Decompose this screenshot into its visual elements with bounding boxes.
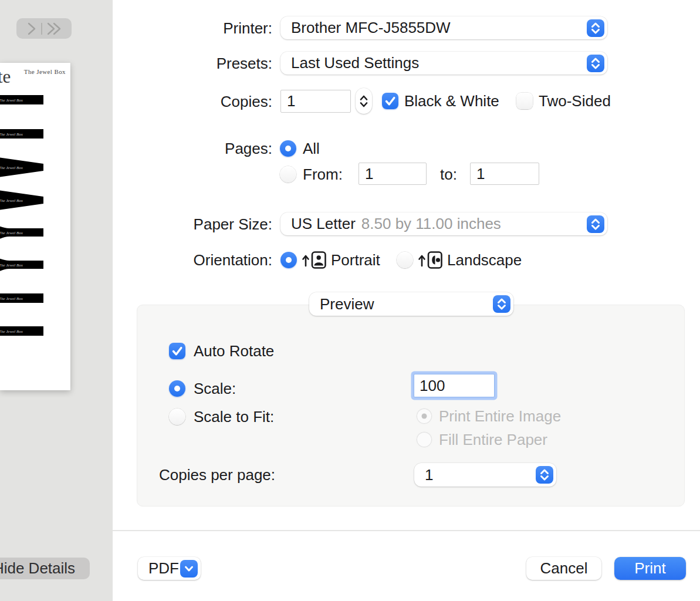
pages-from-input[interactable] [359, 163, 427, 185]
page-navigation-control [16, 18, 72, 39]
settings-pane-value: Preview [320, 295, 374, 313]
presets-select-value: Last Used Settings [291, 54, 419, 72]
landscape-radio[interactable] [397, 252, 413, 268]
check-icon [382, 93, 398, 109]
print-entire-image-radio [417, 408, 432, 424]
svg-text:The Jewel Box: The Jewel Box [0, 263, 23, 268]
stepper-down-icon[interactable] [360, 102, 368, 107]
presets-select[interactable]: Last Used Settings [280, 52, 607, 75]
stepper-up-icon[interactable] [360, 95, 368, 100]
printer-label: Printer: [113, 16, 272, 40]
next-page-button[interactable] [26, 21, 38, 36]
printer-select-value: Brother MFC-J5855DW [291, 19, 451, 37]
up-down-chevron-icon [587, 215, 604, 233]
paper-size-detail: 8.50 by 11.00 inches [361, 215, 501, 233]
ring-sizer-shape: The Jewel Box [0, 215, 45, 249]
ring-sizer-shape: The Jewel Box [0, 83, 45, 117]
black-white-label: Black & White [404, 89, 499, 113]
scale-to-fit-label: Scale to Fit: [194, 405, 274, 428]
check-icon [169, 343, 185, 359]
ring-sizer-shape: The Jewel Box [0, 150, 45, 184]
portrait-radio[interactable] [280, 252, 297, 268]
chevron-down-icon [180, 560, 198, 578]
print-settings-panel: Printer: Brother MFC-J5855DW Presets: La… [113, 0, 700, 601]
pages-all-radio[interactable] [280, 140, 296, 157]
double-chevron-right-icon [47, 21, 62, 36]
up-down-chevron-icon [493, 295, 510, 313]
svg-text:The Jewel Box: The Jewel Box [0, 198, 23, 203]
printer-select[interactable]: Brother MFC-J5855DW [280, 16, 607, 39]
scale-input[interactable] [414, 374, 495, 397]
hide-details-button[interactable]: Hide Details [0, 558, 90, 579]
fill-entire-paper-radio [417, 432, 432, 447]
scale-radio[interactable] [169, 380, 185, 397]
svg-text:The Jewel Box: The Jewel Box [0, 296, 23, 301]
paper-size-value: US Letter [291, 215, 356, 233]
svg-text:The Jewel Box: The Jewel Box [0, 166, 23, 170]
svg-text:The Jewel Box: The Jewel Box [0, 98, 23, 103]
ring-sizer-shape: The Jewel Box [0, 183, 45, 217]
pages-from-label: From: [303, 163, 343, 186]
print-entire-image-label: Print Entire Image [439, 404, 561, 428]
presets-label: Presets: [113, 52, 272, 75]
up-down-chevron-icon [536, 466, 553, 484]
scale-to-fit-radio[interactable] [169, 408, 185, 425]
svg-text:The Jewel Box: The Jewel Box [0, 231, 23, 235]
settings-pane-select[interactable]: Preview [309, 292, 513, 316]
copies-per-page-label: Copies per page: [159, 463, 275, 487]
orientation-label: Orientation: [113, 248, 272, 272]
nav-divider [41, 23, 42, 35]
two-sided-label: Two-Sided [539, 89, 611, 113]
pages-range-radio[interactable] [280, 166, 296, 183]
portrait-orientation-icon [302, 250, 327, 270]
last-page-button[interactable] [46, 21, 63, 36]
portrait-label: Portrait [331, 248, 380, 272]
svg-text:The Jewel Box: The Jewel Box [0, 329, 23, 334]
fill-entire-paper-label: Fill Entire Paper [439, 428, 547, 451]
ring-sizer-shape: The Jewel Box [0, 314, 45, 348]
paper-size-select[interactable]: US Letter 8.50 by 11.00 inches [280, 212, 607, 235]
print-dialog-window: te The Jewel Box The Jewel Box The Jewel… [0, 0, 700, 601]
pages-all-label: All [303, 137, 320, 160]
document-brand-text: The Jewel Box [24, 68, 66, 75]
cancel-button[interactable]: Cancel [526, 557, 601, 580]
copies-per-page-select[interactable]: 1 [414, 463, 556, 487]
pdf-menu-button[interactable]: PDF [138, 557, 201, 580]
two-sided-checkbox[interactable] [516, 93, 533, 109]
copies-label: Copies: [113, 90, 272, 113]
up-down-chevron-icon [587, 55, 604, 72]
landscape-orientation-icon [418, 250, 444, 270]
paper-size-label: Paper Size: [113, 212, 272, 236]
copies-per-page-value: 1 [425, 466, 433, 484]
chevron-right-icon [27, 21, 36, 36]
auto-rotate-label: Auto Rotate [194, 339, 274, 363]
copies-input[interactable] [280, 90, 351, 113]
ring-sizer-shape: The Jewel Box [0, 281, 45, 315]
pages-label: Pages: [113, 137, 272, 160]
svg-text:The Jewel Box: The Jewel Box [0, 132, 23, 137]
document-preview-page: te The Jewel Box The Jewel Box The Jewel… [0, 63, 70, 390]
pages-to-input[interactable] [470, 163, 539, 185]
scale-label: Scale: [194, 377, 236, 400]
print-button[interactable]: Print [614, 557, 686, 580]
copies-stepper[interactable] [356, 88, 372, 114]
ring-sizer-shape: The Jewel Box [0, 248, 45, 282]
up-down-chevron-icon [587, 19, 604, 37]
landscape-label: Landscape [447, 248, 522, 272]
ring-sizer-shape: The Jewel Box [0, 117, 45, 151]
auto-rotate-checkbox[interactable] [169, 343, 185, 359]
footer-divider [113, 530, 700, 531]
print-preview-pane: te The Jewel Box The Jewel Box The Jewel… [0, 0, 113, 601]
pdf-button-label: PDF [148, 559, 179, 578]
black-white-checkbox[interactable] [382, 93, 398, 109]
pages-to-label: to: [440, 163, 457, 186]
